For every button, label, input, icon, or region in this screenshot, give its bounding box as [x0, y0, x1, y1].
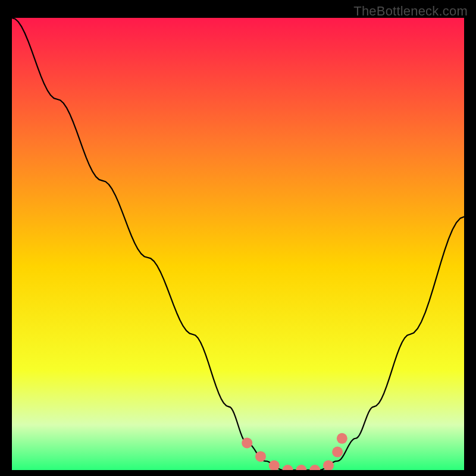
highlight-marker — [337, 433, 347, 444]
highlight-marker — [255, 451, 266, 462]
gradient-background — [12, 18, 464, 470]
chart-frame: TheBottleneck.com — [0, 0, 476, 476]
highlight-marker — [242, 437, 252, 448]
highlight-marker — [332, 447, 343, 458]
bottleneck-plot — [12, 18, 464, 470]
watermark-text: TheBottleneck.com — [353, 4, 468, 19]
